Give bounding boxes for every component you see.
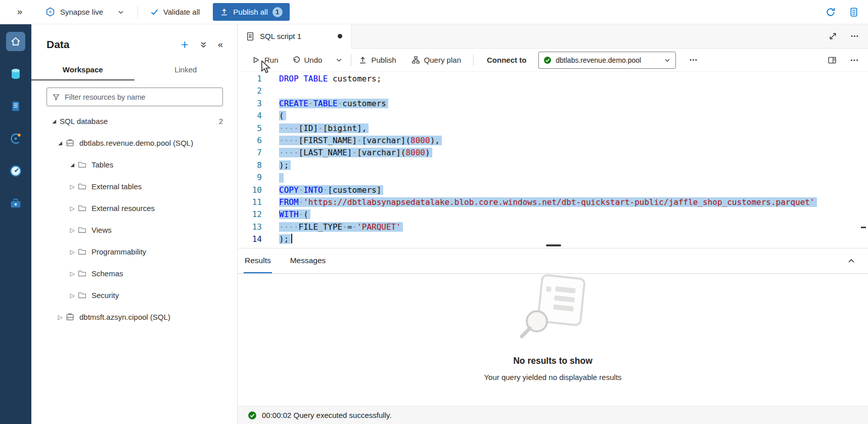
pool-select[interactable]: dbtlabs.revenue.demo.pool (538, 52, 676, 69)
hub-rail (0, 24, 31, 424)
horizontal-scrollbar-thumb[interactable] (546, 244, 561, 246)
line-number: 14 (238, 233, 262, 245)
code-line[interactable]: 2 (238, 85, 868, 97)
validate-all-button[interactable]: Validate all (150, 8, 200, 16)
code-token: WITH (279, 209, 299, 219)
tab-workspace[interactable]: Workspace (31, 61, 134, 80)
code-token: 'https://dbtlabsynapsedatalake.blob.core… (303, 197, 814, 207)
undo-button[interactable]: Undo (292, 56, 323, 64)
tab-linked[interactable]: Linked (134, 61, 238, 80)
data-panel-title: Data (47, 38, 70, 51)
database-icon (66, 139, 79, 147)
tree-item-tables[interactable]: ◢Tables (31, 154, 237, 176)
data-panel-tabs: Workspace Linked (31, 61, 237, 80)
collapse-results-icon[interactable] (847, 257, 856, 266)
run-button[interactable]: Run (252, 56, 279, 64)
undo-dropdown-button[interactable] (335, 56, 343, 64)
code-line[interactable]: 4( (238, 110, 868, 122)
selected-code-text: ····[ID]·[bigint], (279, 123, 369, 133)
synapse-live-dropdown[interactable]: Synapse live (45, 7, 124, 17)
tree-item-sql-database[interactable]: ◢SQL database2 (31, 110, 237, 132)
tree-expander-icon[interactable]: ◢ (49, 118, 60, 124)
tab-messages[interactable]: Messages (289, 248, 327, 273)
code-line[interactable]: 3CREATE·TABLE·customers (238, 98, 868, 110)
tab-results[interactable]: Results (244, 248, 272, 273)
tree-expander-icon[interactable]: ◢ (55, 140, 66, 146)
tree-expander-icon[interactable]: ▷ (67, 292, 78, 299)
tab-sql-script-1[interactable]: SQL script 1 (238, 24, 352, 49)
code-token: ), (430, 136, 440, 145)
tree-expander-icon[interactable]: ▷ (67, 227, 78, 234)
tree-expander-icon[interactable]: ▷ (67, 248, 78, 256)
tree-expander-icon[interactable]: ▷ (67, 205, 78, 212)
code-line[interactable]: 1DROP TABLE customers; (238, 73, 868, 85)
empty-results-subtitle: Your query yielded no displayable result… (484, 373, 621, 381)
code-line[interactable]: 13····FILE_TYPE·=·'PARQUET' (238, 221, 868, 233)
rail-monitor-button[interactable] (0, 155, 31, 187)
code-line[interactable]: 11FROM·'https://dbtlabsynapsedatalake.bl… (238, 196, 868, 208)
code-line[interactable]: 6····[FIRST_NAME]·[varchar](8000), (238, 135, 868, 147)
line-number: 4 (238, 110, 262, 122)
code-token: [ID] (299, 123, 318, 133)
code-token: · (323, 185, 328, 195)
script-settings-panel-icon[interactable] (828, 56, 837, 65)
filter-input[interactable] (65, 93, 217, 101)
query-plan-icon (412, 56, 420, 64)
code-token (328, 74, 333, 83)
empty-results-title: No results to show (513, 356, 592, 366)
publish-button[interactable]: Publish (358, 56, 396, 64)
line-number: 1 (238, 73, 262, 85)
tree-expander-icon[interactable]: ▷ (67, 183, 78, 190)
text-cursor (291, 234, 292, 243)
tree-item-schemas[interactable]: ▷Schemas (31, 263, 237, 284)
tree-item-programmability[interactable]: ▷Programmability (31, 241, 237, 263)
tree-expander-icon[interactable]: ◢ (67, 162, 78, 167)
monitor-gauge-icon (9, 164, 22, 178)
line-number: 12 (238, 208, 262, 221)
code-line[interactable]: 9 (238, 172, 868, 184)
more-options-icon[interactable] (850, 56, 859, 65)
tree-expander-icon[interactable]: ▷ (67, 270, 78, 277)
tree-item-dbtmsft-azsyn-cipool-sql[interactable]: ▷dbtmsft.azsyn.cipool (SQL) (31, 306, 237, 328)
tree-item-external-tables[interactable]: ▷External tables (31, 176, 237, 197)
folder-icon (78, 182, 92, 191)
publish-icon (358, 56, 367, 64)
more-options-icon[interactable] (850, 32, 859, 40)
code-line[interactable]: 14); (238, 233, 868, 245)
tree-item-label: Views (92, 226, 112, 234)
rail-home-button[interactable] (0, 25, 31, 58)
tree-item-label: External resources (92, 204, 155, 213)
sql-editor[interactable]: 1DROP TABLE customers;23CREATE·TABLE·cus… (238, 72, 868, 248)
tree-item-views[interactable]: ▷Views (31, 219, 237, 241)
refresh-icon[interactable] (826, 7, 836, 17)
tree-item-external-resources[interactable]: ▷External resources (31, 197, 237, 219)
code-token: TABLE (303, 74, 328, 83)
code-line[interactable]: 7····[LAST_NAME]·[varchar](8000) (238, 147, 868, 159)
collapse-panel-icon[interactable]: « (218, 39, 223, 50)
tab-strip-actions (829, 32, 859, 40)
code-token: INTO (303, 185, 323, 195)
rail-develop-button[interactable] (0, 90, 31, 122)
rail-manage-button[interactable] (0, 187, 31, 220)
expand-editor-icon[interactable] (829, 32, 837, 40)
query-plan-button[interactable]: Query plan (412, 56, 461, 64)
code-line[interactable]: 8); (238, 159, 868, 172)
code-line[interactable]: 5····[ID]·[bigint], (238, 122, 868, 135)
synapse-logo-icon (45, 7, 55, 17)
divider (473, 54, 474, 66)
collapse-all-icon[interactable] (199, 40, 208, 49)
code-line[interactable]: 10COPY·INTO·[customers] (238, 184, 868, 196)
tree-item-dbtlabs-revenue-demo-pool-sql[interactable]: ◢dbtlabs.revenue.demo.pool (SQL) (31, 132, 237, 154)
publish-all-button[interactable]: Publish all 1 (213, 3, 289, 21)
tree-item-security[interactable]: ▷Security (31, 284, 237, 306)
toolbar-more-icon[interactable] (689, 56, 698, 64)
code-line[interactable]: 12WITH·( (238, 208, 868, 221)
rail-integrate-button[interactable] (0, 122, 31, 155)
code-token: ( (279, 111, 284, 120)
tree-expander-icon[interactable]: ▷ (55, 314, 66, 321)
rail-data-button[interactable] (0, 58, 31, 90)
folder-icon (78, 204, 92, 213)
expand-sidebar-icon[interactable]: » (17, 7, 22, 17)
task-list-icon[interactable] (849, 7, 859, 17)
add-icon[interactable] (180, 40, 189, 49)
